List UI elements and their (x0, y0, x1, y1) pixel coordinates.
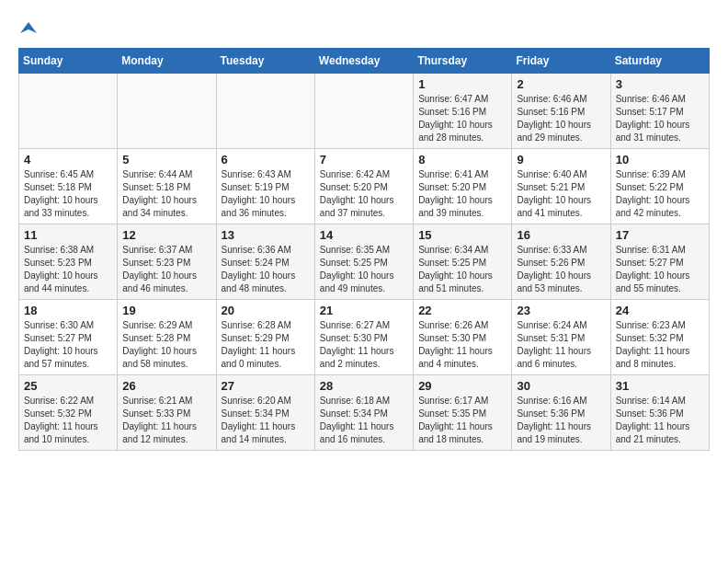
day-number: 26 (122, 379, 210, 393)
calendar-header-monday: Monday (118, 49, 216, 74)
day-info: Sunrise: 6:14 AM Sunset: 5:36 PM Dayligh… (616, 395, 704, 446)
calendar-cell: 1Sunrise: 6:47 AM Sunset: 5:16 PM Daylig… (414, 74, 512, 149)
calendar-cell: 20Sunrise: 6:28 AM Sunset: 5:29 PM Dayli… (216, 300, 314, 375)
day-info: Sunrise: 6:47 AM Sunset: 5:16 PM Dayligh… (418, 93, 506, 144)
calendar-cell: 31Sunrise: 6:14 AM Sunset: 5:36 PM Dayli… (610, 375, 709, 451)
calendar-week-row: 18Sunrise: 6:30 AM Sunset: 5:27 PM Dayli… (19, 300, 710, 375)
calendar: SundayMondayTuesdayWednesdayThursdayFrid… (18, 48, 710, 451)
calendar-cell: 22Sunrise: 6:26 AM Sunset: 5:30 PM Dayli… (414, 300, 512, 375)
day-number: 18 (24, 304, 112, 317)
day-number: 5 (122, 153, 210, 167)
calendar-cell: 8Sunrise: 6:41 AM Sunset: 5:20 PM Daylig… (414, 149, 512, 224)
calendar-cell: 15Sunrise: 6:34 AM Sunset: 5:25 PM Dayli… (414, 224, 512, 300)
calendar-cell: 24Sunrise: 6:23 AM Sunset: 5:32 PM Dayli… (610, 300, 709, 375)
day-info: Sunrise: 6:22 AM Sunset: 5:32 PM Dayligh… (24, 395, 112, 446)
day-info: Sunrise: 6:41 AM Sunset: 5:20 PM Dayligh… (418, 168, 506, 220)
day-number: 20 (222, 304, 310, 317)
day-info: Sunrise: 6:46 AM Sunset: 5:16 PM Dayligh… (517, 93, 605, 144)
day-info: Sunrise: 6:45 AM Sunset: 5:18 PM Dayligh… (24, 168, 112, 220)
calendar-cell (19, 74, 118, 149)
day-info: Sunrise: 6:46 AM Sunset: 5:17 PM Dayligh… (616, 93, 704, 144)
calendar-cell: 30Sunrise: 6:16 AM Sunset: 5:36 PM Dayli… (512, 375, 610, 451)
calendar-header-sunday: Sunday (19, 49, 118, 74)
day-number: 23 (517, 304, 605, 317)
day-number: 6 (222, 153, 310, 167)
day-info: Sunrise: 6:26 AM Sunset: 5:30 PM Dayligh… (418, 319, 506, 371)
calendar-header-saturday: Saturday (610, 49, 709, 74)
day-info: Sunrise: 6:30 AM Sunset: 5:27 PM Dayligh… (24, 319, 112, 371)
day-info: Sunrise: 6:20 AM Sunset: 5:34 PM Dayligh… (222, 395, 310, 446)
calendar-cell: 16Sunrise: 6:33 AM Sunset: 5:26 PM Dayli… (512, 224, 610, 300)
calendar-cell: 28Sunrise: 6:18 AM Sunset: 5:34 PM Dayli… (314, 375, 413, 451)
day-info: Sunrise: 6:23 AM Sunset: 5:32 PM Dayligh… (616, 319, 704, 371)
day-number: 13 (222, 228, 310, 242)
day-number: 29 (418, 379, 506, 393)
calendar-cell: 6Sunrise: 6:43 AM Sunset: 5:19 PM Daylig… (216, 149, 314, 224)
calendar-header-tuesday: Tuesday (216, 49, 314, 74)
calendar-cell (314, 74, 413, 149)
calendar-week-row: 4Sunrise: 6:45 AM Sunset: 5:18 PM Daylig… (19, 149, 710, 224)
day-number: 19 (122, 304, 210, 317)
day-number: 27 (222, 379, 310, 393)
day-info: Sunrise: 6:18 AM Sunset: 5:34 PM Dayligh… (320, 395, 408, 446)
day-number: 14 (320, 228, 408, 242)
day-info: Sunrise: 6:29 AM Sunset: 5:28 PM Dayligh… (122, 319, 210, 371)
day-info: Sunrise: 6:36 AM Sunset: 5:24 PM Dayligh… (222, 244, 310, 295)
calendar-cell: 26Sunrise: 6:21 AM Sunset: 5:33 PM Dayli… (118, 375, 216, 451)
day-info: Sunrise: 6:38 AM Sunset: 5:23 PM Dayligh… (24, 244, 112, 295)
day-info: Sunrise: 6:17 AM Sunset: 5:35 PM Dayligh… (418, 395, 506, 446)
day-number: 17 (616, 228, 704, 242)
logo-bird-icon (20, 20, 37, 37)
day-info: Sunrise: 6:24 AM Sunset: 5:31 PM Dayligh… (517, 319, 605, 371)
day-number: 31 (616, 379, 704, 393)
day-info: Sunrise: 6:35 AM Sunset: 5:25 PM Dayligh… (320, 244, 408, 295)
calendar-cell: 29Sunrise: 6:17 AM Sunset: 5:35 PM Dayli… (414, 375, 512, 451)
calendar-cell: 19Sunrise: 6:29 AM Sunset: 5:28 PM Dayli… (118, 300, 216, 375)
calendar-cell: 27Sunrise: 6:20 AM Sunset: 5:34 PM Dayli… (216, 375, 314, 451)
day-number: 21 (320, 304, 408, 317)
calendar-cell: 10Sunrise: 6:39 AM Sunset: 5:22 PM Dayli… (610, 149, 709, 224)
day-info: Sunrise: 6:44 AM Sunset: 5:18 PM Dayligh… (122, 168, 210, 220)
day-number: 8 (418, 153, 506, 167)
day-number: 3 (616, 77, 704, 91)
calendar-cell: 5Sunrise: 6:44 AM Sunset: 5:18 PM Daylig… (118, 149, 216, 224)
day-info: Sunrise: 6:43 AM Sunset: 5:19 PM Dayligh… (222, 168, 310, 220)
day-info: Sunrise: 6:37 AM Sunset: 5:23 PM Dayligh… (122, 244, 210, 295)
day-number: 4 (24, 153, 112, 167)
calendar-cell: 9Sunrise: 6:40 AM Sunset: 5:21 PM Daylig… (512, 149, 610, 224)
day-number: 12 (122, 228, 210, 242)
day-number: 30 (517, 379, 605, 393)
calendar-cell: 25Sunrise: 6:22 AM Sunset: 5:32 PM Dayli… (19, 375, 118, 451)
day-number: 7 (320, 153, 408, 167)
calendar-cell: 18Sunrise: 6:30 AM Sunset: 5:27 PM Dayli… (19, 300, 118, 375)
day-number: 15 (418, 228, 506, 242)
calendar-cell: 21Sunrise: 6:27 AM Sunset: 5:30 PM Dayli… (314, 300, 413, 375)
day-number: 9 (517, 153, 605, 167)
calendar-cell: 23Sunrise: 6:24 AM Sunset: 5:31 PM Dayli… (512, 300, 610, 375)
day-number: 22 (418, 304, 506, 317)
header (18, 15, 710, 40)
calendar-week-row: 25Sunrise: 6:22 AM Sunset: 5:32 PM Dayli… (19, 375, 710, 451)
calendar-cell (118, 74, 216, 149)
calendar-cell: 12Sunrise: 6:37 AM Sunset: 5:23 PM Dayli… (118, 224, 216, 300)
calendar-header-friday: Friday (512, 49, 610, 74)
calendar-cell: 4Sunrise: 6:45 AM Sunset: 5:18 PM Daylig… (19, 149, 118, 224)
day-number: 10 (616, 153, 704, 167)
day-info: Sunrise: 6:34 AM Sunset: 5:25 PM Dayligh… (418, 244, 506, 295)
logo (18, 15, 37, 40)
day-number: 16 (517, 228, 605, 242)
day-info: Sunrise: 6:28 AM Sunset: 5:29 PM Dayligh… (222, 319, 310, 371)
day-number: 2 (517, 77, 605, 91)
calendar-cell: 3Sunrise: 6:46 AM Sunset: 5:17 PM Daylig… (610, 74, 709, 149)
day-number: 11 (24, 228, 112, 242)
calendar-cell: 14Sunrise: 6:35 AM Sunset: 5:25 PM Dayli… (314, 224, 413, 300)
day-number: 1 (418, 77, 506, 91)
calendar-header-row: SundayMondayTuesdayWednesdayThursdayFrid… (19, 49, 710, 74)
calendar-cell: 17Sunrise: 6:31 AM Sunset: 5:27 PM Dayli… (610, 224, 709, 300)
calendar-cell: 2Sunrise: 6:46 AM Sunset: 5:16 PM Daylig… (512, 74, 610, 149)
day-number: 28 (320, 379, 408, 393)
calendar-week-row: 11Sunrise: 6:38 AM Sunset: 5:23 PM Dayli… (19, 224, 710, 300)
day-info: Sunrise: 6:39 AM Sunset: 5:22 PM Dayligh… (616, 168, 704, 220)
calendar-week-row: 1Sunrise: 6:47 AM Sunset: 5:16 PM Daylig… (19, 74, 710, 149)
calendar-cell: 11Sunrise: 6:38 AM Sunset: 5:23 PM Dayli… (19, 224, 118, 300)
